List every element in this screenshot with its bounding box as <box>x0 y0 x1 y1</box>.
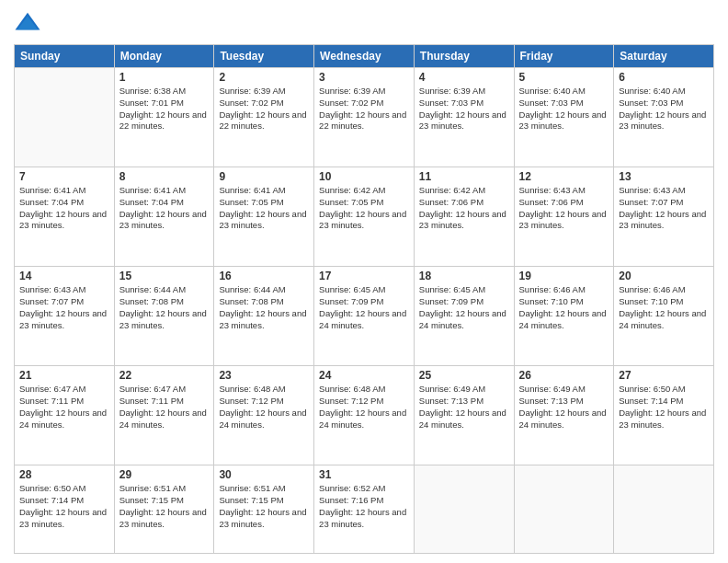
day-info: Sunrise: 6:52 AMSunset: 7:16 PMDaylight:… <box>319 483 409 530</box>
calendar-cell: 20Sunrise: 6:46 AMSunset: 7:10 PMDayligh… <box>614 267 714 366</box>
calendar-cell: 25Sunrise: 6:49 AMSunset: 7:13 PMDayligh… <box>414 366 514 465</box>
day-number: 1 <box>119 71 210 84</box>
day-number: 8 <box>119 170 210 183</box>
calendar-cell: 30Sunrise: 6:51 AMSunset: 7:15 PMDayligh… <box>214 465 314 554</box>
calendar-cell: 17Sunrise: 6:45 AMSunset: 7:09 PMDayligh… <box>314 267 415 366</box>
calendar-cell <box>614 465 714 554</box>
calendar-cell <box>15 68 115 167</box>
calendar-cell: 1Sunrise: 6:38 AMSunset: 7:01 PMDaylight… <box>114 68 214 167</box>
day-number: 24 <box>319 369 409 382</box>
day-number: 14 <box>19 270 109 282</box>
day-number: 29 <box>119 468 210 481</box>
day-number: 5 <box>519 71 609 84</box>
weekday-header: Friday <box>514 45 614 68</box>
day-info: Sunrise: 6:42 AMSunset: 7:05 PMDaylight:… <box>319 185 409 232</box>
day-info: Sunrise: 6:51 AMSunset: 7:15 PMDaylight:… <box>119 483 210 530</box>
day-number: 13 <box>619 170 709 183</box>
calendar-cell <box>514 465 614 554</box>
calendar-cell: 31Sunrise: 6:52 AMSunset: 7:16 PMDayligh… <box>314 465 415 554</box>
day-number: 25 <box>419 369 509 382</box>
calendar-cell: 22Sunrise: 6:47 AMSunset: 7:11 PMDayligh… <box>114 366 214 465</box>
calendar-cell: 5Sunrise: 6:40 AMSunset: 7:03 PMDaylight… <box>514 68 614 167</box>
calendar-cell: 21Sunrise: 6:47 AMSunset: 7:11 PMDayligh… <box>15 366 115 465</box>
day-info: Sunrise: 6:40 AMSunset: 7:03 PMDaylight:… <box>619 86 709 132</box>
header <box>14 9 714 37</box>
day-number: 19 <box>519 270 609 282</box>
calendar-cell: 9Sunrise: 6:41 AMSunset: 7:05 PMDaylight… <box>214 167 314 267</box>
day-info: Sunrise: 6:45 AMSunset: 7:09 PMDaylight:… <box>419 284 509 331</box>
page: SundayMondayTuesdayWednesdayThursdayFrid… <box>0 0 728 563</box>
calendar-cell: 15Sunrise: 6:44 AMSunset: 7:08 PMDayligh… <box>114 267 214 366</box>
day-info: Sunrise: 6:47 AMSunset: 7:11 PMDaylight:… <box>119 384 210 431</box>
weekday-header: Monday <box>114 45 214 68</box>
day-info: Sunrise: 6:41 AMSunset: 7:05 PMDaylight:… <box>219 185 309 232</box>
calendar-week-row: 7Sunrise: 6:41 AMSunset: 7:04 PMDaylight… <box>15 167 714 267</box>
day-info: Sunrise: 6:39 AMSunset: 7:02 PMDaylight:… <box>319 86 409 132</box>
calendar-cell: 29Sunrise: 6:51 AMSunset: 7:15 PMDayligh… <box>114 465 214 554</box>
day-number: 15 <box>119 270 210 282</box>
calendar-cell: 10Sunrise: 6:42 AMSunset: 7:05 PMDayligh… <box>314 167 415 267</box>
calendar-cell: 27Sunrise: 6:50 AMSunset: 7:14 PMDayligh… <box>614 366 714 465</box>
day-info: Sunrise: 6:40 AMSunset: 7:03 PMDaylight:… <box>519 86 609 132</box>
day-number: 17 <box>319 270 409 282</box>
weekday-header: Thursday <box>414 45 514 68</box>
calendar: SundayMondayTuesdayWednesdayThursdayFrid… <box>14 44 714 554</box>
day-number: 18 <box>419 270 509 282</box>
day-number: 2 <box>219 71 309 84</box>
calendar-cell <box>414 465 514 554</box>
day-info: Sunrise: 6:41 AMSunset: 7:04 PMDaylight:… <box>19 185 109 232</box>
day-number: 21 <box>19 369 109 382</box>
calendar-cell: 8Sunrise: 6:41 AMSunset: 7:04 PMDaylight… <box>114 167 214 267</box>
day-info: Sunrise: 6:42 AMSunset: 7:06 PMDaylight:… <box>419 185 509 232</box>
day-info: Sunrise: 6:38 AMSunset: 7:01 PMDaylight:… <box>119 86 210 132</box>
day-number: 30 <box>219 468 309 481</box>
calendar-cell: 18Sunrise: 6:45 AMSunset: 7:09 PMDayligh… <box>414 267 514 366</box>
day-info: Sunrise: 6:44 AMSunset: 7:08 PMDaylight:… <box>119 284 210 331</box>
calendar-cell: 13Sunrise: 6:43 AMSunset: 7:07 PMDayligh… <box>614 167 714 267</box>
day-number: 7 <box>19 170 109 183</box>
calendar-week-row: 28Sunrise: 6:50 AMSunset: 7:14 PMDayligh… <box>15 465 714 554</box>
day-info: Sunrise: 6:46 AMSunset: 7:10 PMDaylight:… <box>619 284 709 331</box>
calendar-cell: 2Sunrise: 6:39 AMSunset: 7:02 PMDaylight… <box>214 68 314 167</box>
calendar-cell: 14Sunrise: 6:43 AMSunset: 7:07 PMDayligh… <box>15 267 115 366</box>
day-number: 31 <box>319 468 409 481</box>
day-number: 10 <box>319 170 409 183</box>
day-number: 28 <box>19 468 109 481</box>
day-info: Sunrise: 6:44 AMSunset: 7:08 PMDaylight:… <box>219 284 309 331</box>
day-info: Sunrise: 6:41 AMSunset: 7:04 PMDaylight:… <box>119 185 210 232</box>
day-info: Sunrise: 6:43 AMSunset: 7:06 PMDaylight:… <box>519 185 609 232</box>
day-number: 20 <box>619 270 709 282</box>
day-info: Sunrise: 6:48 AMSunset: 7:12 PMDaylight:… <box>319 384 409 431</box>
day-number: 23 <box>219 369 309 382</box>
day-number: 9 <box>219 170 309 183</box>
day-number: 4 <box>419 71 509 84</box>
day-info: Sunrise: 6:50 AMSunset: 7:14 PMDaylight:… <box>19 483 109 530</box>
day-info: Sunrise: 6:39 AMSunset: 7:02 PMDaylight:… <box>219 86 309 132</box>
day-number: 6 <box>619 71 709 84</box>
calendar-cell: 24Sunrise: 6:48 AMSunset: 7:12 PMDayligh… <box>314 366 415 465</box>
calendar-cell: 16Sunrise: 6:44 AMSunset: 7:08 PMDayligh… <box>214 267 314 366</box>
day-info: Sunrise: 6:43 AMSunset: 7:07 PMDaylight:… <box>19 284 109 331</box>
day-info: Sunrise: 6:45 AMSunset: 7:09 PMDaylight:… <box>319 284 409 331</box>
weekday-header: Sunday <box>15 45 115 68</box>
day-number: 26 <box>519 369 609 382</box>
day-number: 3 <box>319 71 409 84</box>
day-number: 27 <box>619 369 709 382</box>
day-number: 22 <box>119 369 210 382</box>
calendar-cell: 26Sunrise: 6:49 AMSunset: 7:13 PMDayligh… <box>514 366 614 465</box>
calendar-cell: 6Sunrise: 6:40 AMSunset: 7:03 PMDaylight… <box>614 68 714 167</box>
day-info: Sunrise: 6:49 AMSunset: 7:13 PMDaylight:… <box>519 384 609 431</box>
weekday-header: Wednesday <box>314 45 415 68</box>
calendar-cell: 7Sunrise: 6:41 AMSunset: 7:04 PMDaylight… <box>15 167 115 267</box>
day-info: Sunrise: 6:39 AMSunset: 7:03 PMDaylight:… <box>419 86 509 132</box>
day-number: 11 <box>419 170 509 183</box>
logo-icon <box>14 9 41 37</box>
calendar-week-row: 21Sunrise: 6:47 AMSunset: 7:11 PMDayligh… <box>15 366 714 465</box>
weekday-header: Saturday <box>614 45 714 68</box>
calendar-cell: 3Sunrise: 6:39 AMSunset: 7:02 PMDaylight… <box>314 68 415 167</box>
day-info: Sunrise: 6:47 AMSunset: 7:11 PMDaylight:… <box>19 384 109 431</box>
day-info: Sunrise: 6:50 AMSunset: 7:14 PMDaylight:… <box>619 384 709 431</box>
day-info: Sunrise: 6:43 AMSunset: 7:07 PMDaylight:… <box>619 185 709 232</box>
day-info: Sunrise: 6:48 AMSunset: 7:12 PMDaylight:… <box>219 384 309 431</box>
calendar-week-row: 1Sunrise: 6:38 AMSunset: 7:01 PMDaylight… <box>15 68 714 167</box>
